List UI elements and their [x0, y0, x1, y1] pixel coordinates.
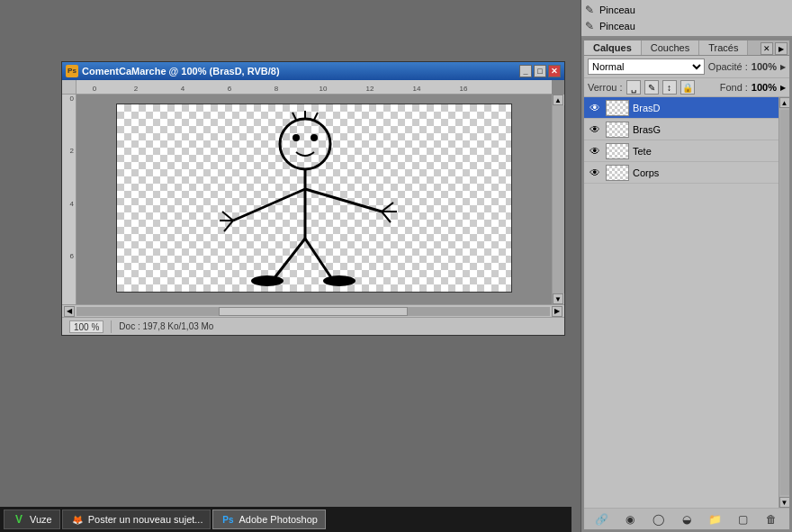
- taskbar-label-firefox: Poster un nouveau sujet...: [88, 514, 203, 525]
- layer-item-brasd[interactable]: 👁 BrasD: [584, 97, 778, 119]
- status-bar: 100 % Doc : 197,8 Ko/1,03 Mo: [62, 317, 564, 335]
- layer-eye-brasd[interactable]: 👁: [588, 101, 602, 115]
- scroll-down-button[interactable]: ▼: [779, 497, 790, 508]
- ruler-left: 0 2 4 6: [62, 95, 76, 304]
- stick-figure: [116, 104, 512, 293]
- canvas-app-icon: Ps: [66, 65, 78, 77]
- fond-label: Fond :: [720, 82, 748, 93]
- vscroll-down-button[interactable]: ▼: [553, 293, 563, 304]
- firefox-icon: 🦊: [70, 512, 85, 527]
- layers-scrollbar: ▲ ▼: [778, 97, 789, 508]
- taskbar-item-photoshop[interactable]: Ps Adobe Photoshop: [212, 509, 325, 529]
- layers-panel: Calques Couches Tracés ✕ ▶ Normal Dissol…: [583, 40, 790, 530]
- vertical-scrollbar: ▲ ▼: [552, 95, 564, 304]
- layer-eye-corps[interactable]: 👁: [588, 166, 602, 180]
- new-layer-button[interactable]: ▢: [735, 511, 752, 527]
- canvas-titlebar: Ps ComentCaMarche @ 100% (BrasD, RVB/8) …: [62, 62, 564, 80]
- svg-line-10: [224, 221, 233, 231]
- canvas-titlebar-title: Ps ComentCaMarche @ 100% (BrasD, RVB/8): [66, 65, 280, 77]
- canvas-title-text: ComentCaMarche @ 100% (BrasD, RVB/8): [82, 66, 280, 77]
- canvas-content: 0 2 4 6: [62, 95, 564, 304]
- layer-name-tete: Tete: [633, 146, 775, 157]
- layer-eye-brasg[interactable]: 👁: [588, 122, 602, 137]
- ruler-corner: [62, 80, 76, 95]
- hscroll-thumb[interactable]: [219, 307, 408, 316]
- ruler-mark-16: 16: [440, 85, 487, 93]
- minimize-button[interactable]: _: [519, 65, 532, 77]
- layers-panel-footer: 🔗 ◉ ◯ ◒ 📁 ▢ 🗑: [584, 508, 789, 529]
- lock-label: Verrou :: [588, 82, 623, 93]
- scroll-track: [780, 110, 789, 495]
- svg-point-0: [280, 119, 330, 169]
- hscroll-left-button[interactable]: ◀: [64, 306, 75, 317]
- pencil-icon-2: ✎: [585, 20, 594, 32]
- ruler-left-mark-0: 0: [70, 95, 76, 147]
- link-layers-button[interactable]: 🔗: [594, 511, 610, 527]
- svg-point-16: [251, 275, 284, 286]
- svg-line-17: [305, 239, 332, 279]
- layer-item-brasg[interactable]: 👁 BrasG: [584, 119, 778, 140]
- canvas-body: 0 2 4 6 8 10 12 14 16 0 2 4 6: [62, 80, 564, 335]
- ruler-mark-6: 6: [206, 85, 253, 93]
- right-panel-container: ✎ Pinceau ✎ Pinceau Calques Couches Trac…: [580, 0, 792, 532]
- svg-point-18: [323, 275, 356, 286]
- horizontal-scrollbar: ◀ ▶: [62, 304, 564, 317]
- new-layer-group-button[interactable]: 📁: [706, 511, 723, 527]
- canvas-drawing-area[interactable]: [76, 95, 552, 304]
- ruler-top-marks: 0 2 4 6 8 10 12 14 16: [76, 80, 552, 94]
- adjustment-layer-button[interactable]: ◒: [679, 511, 695, 527]
- tool-option-row-2: ✎ Pinceau: [585, 18, 788, 34]
- blend-mode-select[interactable]: Normal Dissolution Fondu: [588, 59, 705, 75]
- vscroll-up-button[interactable]: ▲: [553, 95, 563, 105]
- layers-list: 👁 BrasD 👁 BrasG 👁 Tete: [584, 97, 778, 508]
- layer-style-button[interactable]: ◉: [622, 511, 638, 527]
- tool-label-1: Pinceau: [599, 5, 635, 15]
- layer-thumb-brasd: [606, 100, 629, 116]
- tab-calques[interactable]: Calques: [584, 41, 642, 55]
- svg-line-12: [382, 203, 393, 212]
- ruler-mark-2: 2: [112, 85, 159, 93]
- opacity-row: Opacité : 100% ▶: [708, 61, 786, 72]
- scroll-up-button[interactable]: ▲: [779, 97, 790, 108]
- panel-options-button[interactable]: ▶: [775, 42, 788, 55]
- opacity-arrow-icon[interactable]: ▶: [780, 63, 786, 71]
- taskbar-item-vuze[interactable]: V Vuze: [4, 509, 60, 529]
- ruler-mark-8: 8: [253, 85, 300, 93]
- maximize-button[interactable]: □: [534, 65, 546, 77]
- taskbar: V Vuze 🦊 Poster un nouveau sujet... Ps A…: [0, 507, 572, 532]
- lock-all-button[interactable]: 🔒: [680, 80, 695, 95]
- window-controls: _ □ ✕: [519, 65, 561, 77]
- delete-layer-button[interactable]: 🗑: [763, 511, 779, 527]
- lock-transparent-button[interactable]: ␣: [626, 80, 641, 95]
- layer-item-corps[interactable]: 👁 Corps: [584, 162, 778, 184]
- svg-point-1: [292, 134, 300, 141]
- panel-tabs: Calques Couches Tracés ✕ ▶: [584, 41, 789, 56]
- ruler-mark-4: 4: [159, 85, 206, 93]
- hscroll-right-button[interactable]: ▶: [552, 306, 562, 317]
- layer-eye-tete[interactable]: 👁: [588, 144, 602, 158]
- lock-position-button[interactable]: ↕: [662, 80, 677, 95]
- fond-value: 100%: [752, 82, 777, 93]
- fond-arrow-icon[interactable]: ▶: [780, 84, 786, 92]
- tab-traces[interactable]: Tracés: [699, 41, 748, 55]
- vuze-icon: V: [12, 512, 26, 527]
- layer-item-tete[interactable]: 👁 Tete: [584, 140, 778, 162]
- opacity-value: 100%: [752, 61, 777, 72]
- ruler-left-mark-2: 2: [70, 147, 76, 199]
- tab-couches[interactable]: Couches: [642, 41, 699, 55]
- taskbar-item-firefox[interactable]: 🦊 Poster un nouveau sujet...: [62, 509, 212, 529]
- photoshop-icon: Ps: [220, 512, 235, 527]
- tool-options-panel: ✎ Pinceau ✎ Pinceau: [581, 0, 792, 38]
- svg-line-15: [274, 239, 305, 279]
- panel-close-button[interactable]: ✕: [760, 42, 773, 55]
- lock-paint-button[interactable]: ✎: [644, 80, 659, 95]
- close-button[interactable]: ✕: [548, 65, 561, 77]
- svg-point-2: [310, 134, 318, 141]
- opacity-label: Opacité :: [708, 61, 748, 72]
- layer-thumb-brasg: [606, 122, 629, 138]
- layer-thumb-tete: [606, 143, 629, 159]
- pencil-icon-1: ✎: [585, 4, 594, 16]
- layer-mask-button[interactable]: ◯: [651, 511, 667, 527]
- svg-line-14: [382, 212, 391, 222]
- ruler-mark-10: 10: [300, 85, 346, 93]
